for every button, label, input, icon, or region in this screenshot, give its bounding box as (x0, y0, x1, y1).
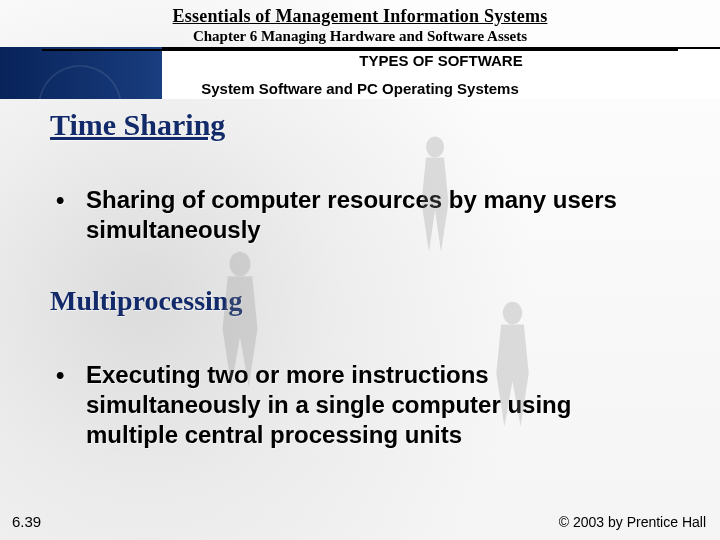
svg-point-2 (503, 302, 523, 325)
svg-point-0 (426, 137, 444, 158)
heading-time-sharing: Time Sharing (50, 108, 225, 142)
header-divider (42, 49, 678, 51)
section-title: TYPES OF SOFTWARE (162, 52, 720, 69)
silhouette-figure (480, 300, 545, 430)
bullet-text: Sharing of computer resources by many us… (86, 185, 670, 245)
copyright: © 2003 by Prentice Hall (559, 514, 706, 530)
chapter-title: Chapter 6 Managing Hardware and Software… (0, 28, 720, 45)
page-number: 6.39 (12, 513, 41, 530)
header: Essentials of Management Information Sys… (0, 0, 720, 45)
bullet-multiprocessing: Executing two or more instructions simul… (58, 360, 670, 450)
silhouette-figure (205, 250, 275, 390)
bullet-text: Executing two or more instructions simul… (86, 360, 670, 450)
book-title: Essentials of Management Information Sys… (0, 6, 720, 27)
bullet-time-sharing: Sharing of computer resources by many us… (58, 185, 670, 245)
svg-point-1 (230, 252, 251, 277)
silhouette-figure (405, 135, 465, 255)
section-subtitle: System Software and PC Operating Systems (0, 80, 720, 97)
